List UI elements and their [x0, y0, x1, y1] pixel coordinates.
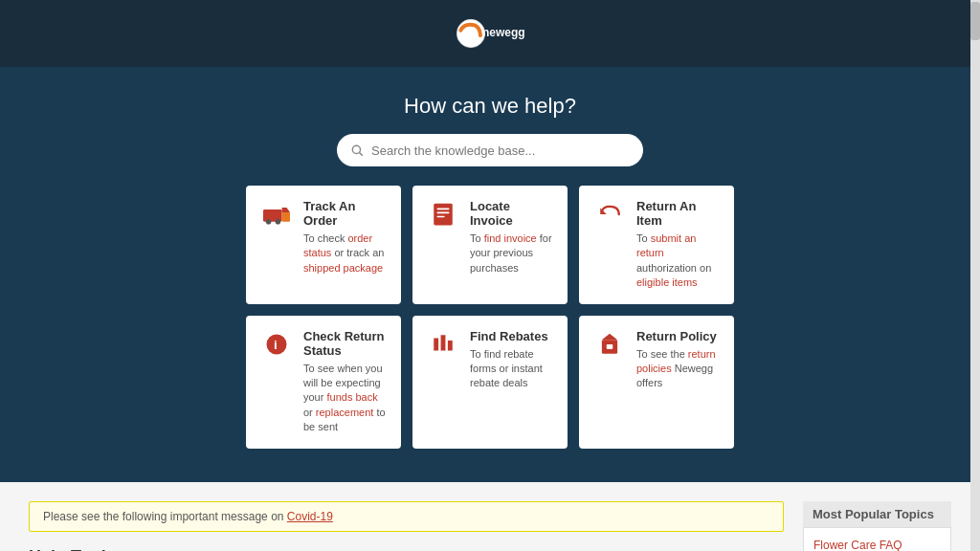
- popular-topics-title: Most Popular Topics: [803, 501, 951, 527]
- svg-rect-13: [437, 216, 445, 218]
- svg-marker-9: [282, 208, 290, 212]
- main-content: Please see the following important messa…: [0, 482, 980, 551]
- card-return-item-content: Return An Item To submit an return autho…: [636, 199, 719, 291]
- scrollbar-thumb[interactable]: [970, 2, 980, 40]
- help-topics-title: Help Topics: [29, 547, 784, 551]
- svg-marker-21: [602, 333, 617, 340]
- track-order-icon: [261, 199, 292, 230]
- left-column: Please see the following important messa…: [29, 501, 784, 551]
- card-locate-invoice-content: Locate Invoice To find invoice for your …: [470, 199, 552, 276]
- card-locate-invoice-desc: To find invoice for your previous purcha…: [470, 231, 552, 276]
- popular-topics-list: Flower Care FAQ Report a shipping proble…: [803, 527, 951, 551]
- return-policy-icon: [594, 329, 625, 360]
- return-item-icon: [594, 199, 625, 230]
- svg-rect-18: [441, 335, 446, 350]
- svg-point-3: [352, 145, 360, 153]
- svg-rect-12: [437, 212, 450, 214]
- scrollbar-track: [970, 0, 980, 551]
- card-return-policy-title: Return Policy: [636, 329, 719, 343]
- svg-line-4: [360, 153, 363, 156]
- card-track-order[interactable]: Track An Order To check order status or …: [246, 186, 401, 304]
- popular-list-item[interactable]: Flower Care FAQ: [813, 536, 941, 551]
- svg-rect-22: [607, 344, 613, 349]
- notice-text: Please see the following important messa…: [43, 510, 283, 523]
- card-track-order-desc: To check order status or track an shippe…: [303, 231, 386, 276]
- card-find-rebates-title: Find Rebates: [470, 329, 552, 343]
- check-return-status-icon: i: [261, 329, 292, 360]
- card-return-policy-desc: To see the return policies Newegg offers: [636, 347, 719, 391]
- covid-link[interactable]: Covid-19: [287, 510, 333, 523]
- notice-banner: Please see the following important messa…: [29, 501, 784, 532]
- find-rebates-icon: [428, 329, 458, 360]
- card-return-item-title: Return An Item: [636, 199, 719, 228]
- help-cards-grid: Track An Order To check order status or …: [246, 186, 734, 449]
- locate-invoice-icon: [428, 199, 458, 230]
- svg-text:newegg: newegg: [482, 26, 525, 39]
- header: newegg: [0, 0, 980, 67]
- card-check-return-status[interactable]: i Check Return Status To see when you wi…: [246, 316, 401, 449]
- right-column: Most Popular Topics Flower Care FAQ Repo…: [803, 501, 951, 551]
- svg-text:i: i: [274, 337, 278, 351]
- card-track-order-title: Track An Order: [303, 199, 386, 228]
- card-track-order-content: Track An Order To check order status or …: [303, 199, 386, 276]
- card-return-policy-content: Return Policy To see the return policies…: [636, 329, 719, 391]
- hero-heading: How can we help?: [404, 94, 576, 119]
- card-locate-invoice[interactable]: Locate Invoice To find invoice for your …: [412, 186, 568, 304]
- card-check-return-status-title: Check Return Status: [303, 329, 386, 358]
- card-locate-invoice-title: Locate Invoice: [470, 199, 552, 228]
- card-check-return-status-desc: To see when you will be expecting your f…: [303, 362, 386, 435]
- svg-rect-19: [448, 341, 453, 351]
- hero-section: How can we help? Track An Order To check…: [0, 67, 980, 482]
- card-return-policy[interactable]: Return Policy To see the return policies…: [579, 316, 734, 449]
- logo[interactable]: newegg: [452, 14, 528, 53]
- svg-rect-8: [282, 212, 290, 222]
- svg-rect-17: [434, 338, 438, 350]
- svg-rect-10: [434, 204, 453, 226]
- search-icon: [350, 143, 364, 157]
- newegg-logo-svg: newegg: [452, 14, 528, 53]
- card-return-item[interactable]: Return An Item To submit an return autho…: [579, 186, 734, 304]
- card-check-return-status-content: Check Return Status To see when you will…: [303, 329, 386, 435]
- search-container: [337, 134, 643, 166]
- search-input[interactable]: [371, 143, 630, 158]
- card-find-rebates[interactable]: Find Rebates To find rebate forms or ins…: [412, 316, 568, 449]
- svg-point-7: [276, 219, 281, 225]
- card-return-item-desc: To submit an return authorization on eli…: [636, 231, 719, 291]
- card-find-rebates-content: Find Rebates To find rebate forms or ins…: [470, 329, 552, 391]
- svg-point-6: [266, 219, 272, 225]
- svg-rect-11: [437, 209, 450, 210]
- card-find-rebates-desc: To find rebate forms or instant rebate d…: [470, 347, 552, 391]
